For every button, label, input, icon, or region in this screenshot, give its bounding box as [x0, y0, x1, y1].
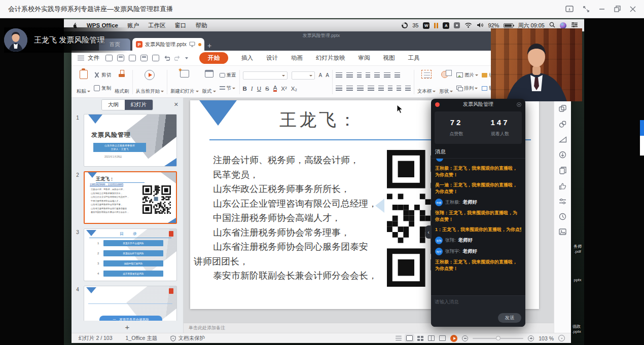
like-icon[interactable] [559, 182, 566, 190]
font-size-select[interactable] [292, 71, 315, 80]
bullets-icon[interactable] [336, 72, 342, 78]
print-icon[interactable] [140, 55, 148, 61]
slide-thumb-4[interactable]: 4 一、发票开具不合规风险 [71, 286, 183, 321]
slide-sorter-icon[interactable] [417, 336, 423, 341]
numbering-icon[interactable] [346, 72, 353, 78]
zoom-slider-knob[interactable] [496, 336, 500, 340]
slide-thumb-2[interactable]: 2 王龙飞： 13853829686，13205316885 注册会计师、税务师… [71, 171, 183, 224]
add-slide-button[interactable]: + [71, 321, 183, 333]
undo-icon[interactable] [164, 55, 170, 61]
ribbon-tab-design[interactable]: 设计 [266, 54, 278, 62]
align-right-icon[interactable] [357, 86, 364, 91]
ribbon-tab-insert[interactable]: 插入 [241, 54, 253, 62]
section-button[interactable]: 节 [220, 85, 236, 92]
increase-indent-icon[interactable] [366, 72, 370, 78]
desktop-file-pptx[interactable]: pptx [570, 278, 584, 283]
pause-indicator-icon[interactable] [434, 23, 438, 28]
normal-view-icon[interactable] [406, 335, 413, 341]
picture-button[interactable]: 图片 [456, 72, 478, 79]
sliders-icon[interactable] [559, 198, 566, 205]
slideshow-view-icon[interactable] [439, 335, 446, 341]
ribbon-tab-home[interactable]: 开始 [199, 52, 228, 64]
underline-button[interactable]: U [257, 86, 261, 92]
zoom-in-button[interactable] [528, 335, 534, 341]
scrollbar[interactable] [640, 120, 644, 156]
menu-workspace[interactable]: 工作区 [148, 22, 166, 29]
grow-font-button[interactable]: A [319, 72, 323, 78]
desktop-file-pptx2[interactable]: 德政.pptx [569, 324, 584, 334]
message-list[interactable]: 王秋极：王龙飞，我来围观你的直播啦，为你点赞！ 吴一迪：王龙飞，我来围观你的直播… [431, 159, 525, 295]
layout-button[interactable]: 版式 [202, 68, 216, 95]
shrink-font-button[interactable]: A [326, 72, 329, 78]
save-icon[interactable] [117, 55, 124, 61]
panel-close-icon[interactable]: ✕ [174, 101, 178, 108]
cut-button[interactable]: 剪切 [94, 72, 111, 79]
image-panel-icon[interactable] [559, 228, 566, 235]
bold-button[interactable]: B [243, 86, 247, 92]
ruler-icon[interactable] [559, 136, 567, 143]
global-menu-icon[interactable] [78, 56, 84, 60]
italic-button[interactable]: I [251, 86, 253, 92]
spotlight-icon[interactable] [549, 22, 555, 29]
superscript-button[interactable]: X² [281, 86, 287, 92]
ribbon-tab-review[interactable]: 审阅 [359, 54, 370, 62]
siri-icon[interactable] [560, 22, 566, 29]
format-painter-button[interactable]: 格式刷 [115, 68, 129, 95]
slides-tab[interactable]: 幻灯片 [125, 100, 153, 110]
open-icon[interactable] [105, 55, 113, 61]
font-color-button[interactable]: A [273, 85, 277, 92]
notes-view-icon[interactable] [396, 336, 402, 340]
columns-icon[interactable] [395, 72, 400, 78]
collapse-chat-icon[interactable]: ‹ [425, 225, 432, 239]
strikethrough-button[interactable]: S [265, 86, 269, 92]
redo-icon[interactable] [174, 55, 181, 61]
desktop-file-pdf[interactable]: 务师.pdf [570, 244, 584, 254]
pages-icon[interactable] [559, 167, 566, 174]
distribute-icon[interactable] [378, 86, 384, 91]
wps-menubar-icon[interactable]: W [423, 22, 430, 29]
menu-help[interactable]: 帮助 [195, 22, 207, 29]
slide-thumb-3[interactable]: 3 目 录 1发票开具不合规风险 2发票抵扣环节税风险 3纳税申报汇缴风险 [71, 228, 183, 281]
reset-button[interactable]: 重置 [220, 72, 236, 79]
play-from-current-button[interactable]: 从当前开始 [136, 68, 164, 95]
arrange-button[interactable]: 排列 [456, 85, 478, 92]
textbox-button[interactable]: 文本框 [417, 68, 436, 95]
zoom-out-button[interactable] [462, 335, 468, 341]
theme-name[interactable]: 1_Office 主题 [126, 335, 158, 342]
numbered-list-icon[interactable] [397, 86, 401, 91]
chat-settings-icon[interactable] [517, 102, 521, 107]
play-slideshow-button[interactable] [450, 335, 457, 342]
align-center-icon[interactable] [346, 86, 353, 91]
ribbon-tab-slideshow[interactable]: 幻灯片放映 [316, 54, 345, 62]
timer-ring-icon[interactable] [402, 22, 408, 28]
webcam-video[interactable] [491, 28, 582, 101]
download-icon[interactable] [559, 151, 566, 159]
outline-tab[interactable]: 大纲 [102, 100, 125, 110]
input-source-icon[interactable] [454, 22, 460, 28]
quick-access-more-icon[interactable] [185, 57, 188, 59]
justify-icon[interactable] [368, 86, 374, 91]
send-button[interactable]: 发送 [498, 313, 521, 323]
control-center-icon[interactable] [571, 22, 578, 28]
pin-panel-icon[interactable] [565, 6, 574, 13]
wifi-icon[interactable] [464, 22, 472, 29]
preview-icon[interactable] [152, 55, 159, 61]
paste-button[interactable]: 粘贴 [77, 68, 90, 95]
copy-button[interactable]: 复制 [94, 85, 111, 92]
decrease-indent-icon[interactable] [357, 72, 362, 78]
text-direction-icon[interactable] [384, 72, 390, 78]
ribbon-tab-tools[interactable]: 工具 [408, 54, 420, 62]
close-dot-icon[interactable] [435, 102, 440, 107]
reading-view-icon[interactable] [428, 335, 435, 341]
ribbon-tab-animation[interactable]: 动画 [291, 54, 303, 62]
protection-status[interactable]: 文档未保护 [170, 335, 205, 342]
font-family-select[interactable] [243, 71, 288, 80]
present-mode-icon[interactable] [189, 40, 195, 49]
zoom-slider[interactable] [473, 338, 523, 339]
minimize-icon[interactable] [599, 6, 605, 12]
slide-thumb-1[interactable]: 1 发票风险管理 山东华政公正税务师事务所 主讲人：王龙飞 20 [71, 114, 183, 167]
export-icon[interactable] [129, 55, 136, 61]
new-tab-button[interactable]: + [207, 42, 211, 49]
chat-input[interactable]: 请输入消息 [435, 299, 459, 305]
file-menu[interactable]: 文件 [88, 54, 99, 62]
